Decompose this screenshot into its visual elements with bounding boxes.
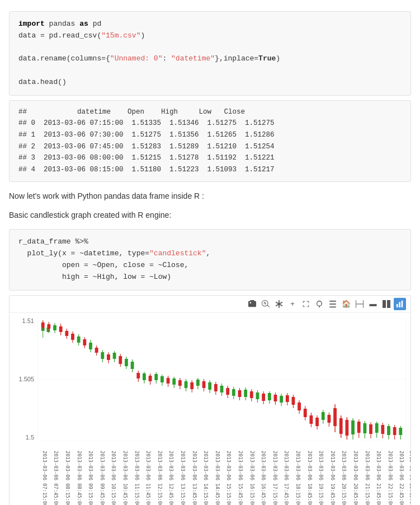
svg-rect-124 (363, 423, 366, 433)
svg-text:2013-03-06 09:15:00: 2013-03-06 09:15:00 (88, 450, 93, 505)
reset-icon[interactable]: 🏠 (340, 298, 352, 310)
svg-rect-96 (280, 396, 283, 403)
svg-text:2013-03-06 15:45:00: 2013-03-06 15:45:00 (238, 450, 243, 505)
svg-rect-18 (47, 324, 50, 329)
svg-rect-92 (268, 393, 271, 400)
svg-rect-102 (298, 403, 301, 410)
svg-text:2013-03-06 21:15:00: 2013-03-06 21:15:00 (365, 450, 370, 505)
spike-icon[interactable] (353, 298, 366, 310)
svg-rect-38 (107, 354, 110, 360)
svg-rect-94 (274, 395, 277, 401)
svg-rect-114 (333, 408, 337, 426)
svg-text:2013-03-06 08:15:00: 2013-03-06 08:15:00 (65, 450, 70, 505)
svg-rect-20 (53, 325, 56, 330)
svg-text:2013-03-06 19:45:00: 2013-03-06 19:45:00 (330, 450, 336, 505)
svg-rect-72 (208, 382, 211, 390)
svg-rect-60 (172, 378, 176, 385)
chart-toolbar: + 🏠 ▬ (10, 296, 410, 313)
select-icon[interactable] (300, 298, 312, 310)
svg-text:2013-03-06 22:15:00: 2013-03-06 22:15:00 (388, 450, 393, 505)
zoomin-icon[interactable]: + (286, 298, 299, 310)
svg-rect-80 (232, 389, 235, 396)
svg-text:2013-03-06 14:45:00: 2013-03-06 14:45:00 (215, 450, 220, 505)
svg-text:2013-03-06 20:15:00: 2013-03-06 20:15:00 (341, 450, 347, 505)
svg-rect-130 (381, 425, 384, 434)
svg-rect-58 (167, 378, 170, 384)
output-block: ## datetime Open High Low Close ## 0 201… (9, 100, 411, 182)
svg-rect-22 (59, 326, 63, 332)
svg-rect-128 (375, 423, 379, 433)
y-label-bot: 1.5 (26, 434, 34, 441)
svg-text:2013-03-06 13:45:00: 2013-03-06 13:45:00 (192, 450, 197, 505)
code-block-2: r_data_frame %>% plot_ly(x = ~datetime, … (9, 229, 411, 290)
svg-rect-122 (357, 422, 361, 433)
svg-rect-16 (41, 322, 45, 328)
svg-rect-126 (369, 424, 372, 434)
svg-text:2013-03-06 17:15:00: 2013-03-06 17:15:00 (272, 450, 278, 505)
lasso-icon[interactable] (313, 298, 325, 310)
svg-text:2013-03-06 12:45:00: 2013-03-06 12:45:00 (168, 450, 174, 505)
svg-rect-70 (202, 381, 206, 388)
hover-closest-icon[interactable]: ▬ (367, 298, 379, 310)
svg-rect-104 (304, 409, 307, 417)
y-label-top: 1.51 (22, 317, 34, 324)
svg-text:2013-03-06 13:15:00: 2013-03-06 13:15:00 (180, 450, 186, 505)
svg-rect-36 (101, 352, 104, 359)
svg-rect-2 (387, 300, 390, 308)
svg-rect-98 (286, 395, 289, 402)
hover-compare-icon[interactable] (380, 298, 393, 310)
svg-text:2013-03-06 11:45:00: 2013-03-06 11:45:00 (145, 450, 151, 505)
svg-rect-30 (83, 339, 86, 345)
svg-text:2013-03-06 20:45:00: 2013-03-06 20:45:00 (353, 450, 358, 505)
svg-text:2013-03-06 22:45:00: 2013-03-06 22:45:00 (399, 450, 404, 505)
svg-rect-74 (214, 384, 218, 391)
prose-1: Now let's work with Python pandas data f… (9, 186, 411, 205)
svg-text:2013-03-06 15:15:00: 2013-03-06 15:15:00 (226, 450, 232, 505)
svg-rect-50 (143, 373, 146, 380)
svg-rect-106 (309, 415, 313, 424)
svg-rect-56 (161, 376, 164, 382)
svg-rect-46 (131, 362, 134, 369)
svg-rect-44 (125, 359, 128, 366)
svg-point-0 (317, 301, 322, 306)
svg-rect-28 (77, 336, 81, 343)
svg-rect-76 (220, 386, 224, 392)
svg-rect-52 (149, 376, 152, 381)
svg-text:2013-03-06 16:15:00: 2013-03-06 16:15:00 (249, 450, 255, 505)
candles-group-1 (41, 320, 402, 439)
plotly-icon[interactable] (394, 298, 406, 310)
svg-text:2013-03-06 07:15:00: 2013-03-06 07:15:00 (42, 450, 48, 505)
chart-container: + 🏠 ▬ 1.51 (9, 295, 411, 506)
svg-rect-90 (262, 394, 265, 401)
code-block-1: import pandas as pd data = pd.read_csv("… (9, 11, 411, 96)
svg-rect-136 (399, 428, 402, 435)
svg-text:2013-03-06 17:45:00: 2013-03-06 17:45:00 (284, 450, 289, 505)
svg-text:2013-03-06 18:45:00: 2013-03-06 18:45:00 (307, 450, 313, 505)
zoom-icon[interactable] (259, 298, 272, 310)
svg-rect-108 (315, 418, 319, 426)
svg-rect-86 (250, 391, 253, 398)
page-content: import pandas as pd data = pd.read_csv("… (0, 0, 420, 505)
svg-rect-118 (345, 420, 348, 436)
svg-rect-68 (196, 380, 200, 386)
svg-rect-112 (327, 415, 331, 423)
y-axis: 1.51 1.505 1.5 (10, 317, 36, 441)
svg-rect-26 (71, 334, 74, 340)
svg-rect-54 (154, 374, 158, 380)
pan-icon[interactable] (273, 298, 285, 310)
svg-text:2013-03-06 07:45:00: 2013-03-06 07:45:00 (53, 450, 59, 505)
svg-text:2013-03-06 08:45:00: 2013-03-06 08:45:00 (77, 450, 82, 505)
svg-rect-88 (256, 392, 259, 399)
svg-rect-34 (95, 348, 98, 353)
svg-rect-32 (89, 343, 92, 349)
svg-rect-5 (402, 300, 403, 307)
svg-text:2013-03-06 16:45:00: 2013-03-06 16:45:00 (261, 450, 266, 505)
svg-text:2013-03-06 11:15:00: 2013-03-06 11:15:00 (134, 450, 140, 505)
svg-text:2013-03-06 19:15:00: 2013-03-06 19:15:00 (318, 450, 324, 505)
svg-text:2013-03-06 10:15:00: 2013-03-06 10:15:00 (111, 450, 116, 505)
svg-rect-1 (383, 300, 386, 308)
svg-rect-3 (397, 304, 398, 307)
autoscale-icon[interactable] (327, 298, 339, 310)
camera-icon[interactable] (246, 298, 258, 310)
svg-text:2013-03-06 12:15:00: 2013-03-06 12:15:00 (157, 450, 163, 505)
